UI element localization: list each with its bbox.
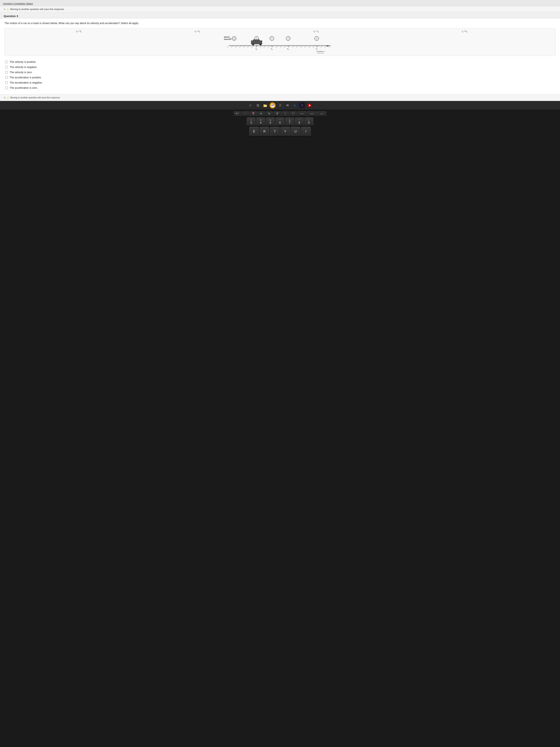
key-6[interactable]: ^ 6 (275, 118, 285, 126)
f2-icon: ▶⏸ (236, 112, 239, 114)
teams-button[interactable]: T (299, 102, 305, 108)
key-i-label: I (305, 130, 306, 133)
svg-line-25 (239, 45, 241, 48)
options-list: The velocity is positive. The velocity i… (4, 59, 556, 91)
checkbox-accel-negative[interactable] (5, 81, 8, 84)
checkbox-velocity-negative[interactable] (5, 66, 8, 68)
key-y[interactable]: Y (281, 127, 290, 136)
option-label-6[interactable]: The acceleration is zero. (10, 86, 38, 89)
checkbox-velocity-zero[interactable] (5, 71, 8, 74)
option-label-1[interactable]: The velocity is positive. (10, 60, 36, 63)
letter-row: E R T Y U I (1, 127, 559, 136)
f4-icon: 🔇 (252, 112, 255, 114)
key-6-top: ^ (279, 119, 281, 121)
key-f8[interactable]: ☀ F8 (282, 111, 289, 117)
key-3-bottom: 3 (250, 121, 252, 124)
key-end[interactable]: End (317, 111, 326, 117)
checkbox-velocity-positive[interactable] (5, 60, 8, 63)
key-4-bottom: 4 (260, 121, 262, 124)
question-label: Question 3 (0, 12, 560, 18)
key-8[interactable]: * 8 (295, 118, 304, 126)
option-label-5[interactable]: The acceleration is negative. (10, 81, 43, 84)
number-row: # 3 $ 4 % 5 ^ 6 & 7 * 8 ( 9 (1, 118, 559, 126)
f9-icon: ☀☀ (292, 112, 294, 114)
warning-icon-top: ⚠ (7, 7, 9, 10)
f5-label: F5 (261, 114, 262, 115)
key-f2[interactable]: ▶⏸ F2 (234, 111, 241, 117)
checkbox-accel-positive[interactable] (5, 76, 8, 79)
key-f3[interactable]: F3 (242, 111, 249, 117)
key-7[interactable]: & 7 (285, 118, 294, 126)
mail-button[interactable]: ✉ (285, 102, 290, 108)
key-7-top: & (289, 119, 290, 121)
svg-line-47 (329, 45, 331, 48)
key-9[interactable]: ( 9 (304, 118, 313, 126)
option-4: The acceleration is positive. (4, 75, 556, 80)
keyboard: ▶⏸ F2 F3 🔇 F4 🔈 F5 🔉 F6 🔊 F7 ☀ F8 ☀☀ F9 (0, 109, 560, 138)
key-e[interactable]: E (249, 127, 259, 136)
task-view-button[interactable]: ⊡ (255, 102, 261, 108)
key-f9[interactable]: ☀☀ F9 (289, 111, 297, 117)
key-3[interactable]: # 3 (247, 118, 256, 126)
checkbox-accel-zero[interactable] (5, 86, 8, 89)
key-f6[interactable]: 🔉 F6 (266, 111, 273, 117)
f6-label: F6 (268, 114, 270, 115)
option-5: The acceleration is negative. (4, 80, 556, 85)
key-t-label: T (274, 130, 276, 133)
key-6-bottom: 6 (279, 121, 281, 124)
key-f7[interactable]: 🔊 F7 (273, 111, 281, 117)
f5-icon: 🔈 (260, 112, 262, 114)
key-t[interactable]: T (270, 127, 279, 136)
key-8-top: * (299, 119, 300, 121)
key-f5[interactable]: 🔈 F5 (258, 111, 265, 117)
key-4-top: $ (260, 119, 261, 121)
key-prtscn[interactable]: PrtScn (297, 111, 307, 117)
key-f4[interactable]: 🔇 F4 (250, 111, 257, 117)
svg-line-41 (304, 45, 306, 48)
media-button[interactable] (307, 102, 313, 108)
bottom-warning-row: ↳ ⚠ Moving to another question will save… (0, 94, 560, 101)
svg-rect-18 (253, 40, 260, 41)
screen: Question Completion Status ↳ ⚠ Moving to… (0, 0, 560, 109)
key-5[interactable]: % 5 (266, 118, 275, 126)
key-9-bottom: 9 (308, 121, 310, 124)
physics-diagram: t4 = 3s t3 = 2s t2 = 1s t1 = 0s Motion D… (4, 28, 556, 56)
svg-text:x4: x4 (256, 48, 258, 50)
option-label-3[interactable]: The velocity is zero (10, 71, 32, 74)
svg-line-22 (227, 45, 229, 48)
chrome-button[interactable] (270, 102, 275, 108)
svg-line-26 (243, 45, 245, 48)
svg-text:x2: x2 (287, 48, 289, 50)
key-5-bottom: 5 (270, 121, 271, 124)
key-r-label: R (263, 130, 266, 133)
option-1: The velocity is positive. (4, 59, 556, 65)
f8-icon: ☀ (285, 112, 286, 114)
svg-point-3 (233, 37, 235, 40)
option-2: The velocity is negative. (4, 65, 556, 70)
file-explorer-button[interactable] (262, 102, 268, 108)
key-5-top: % (270, 119, 271, 121)
arrow-icon: ↳ (4, 8, 5, 10)
svg-line-28 (251, 45, 254, 48)
key-u[interactable]: U (291, 127, 300, 136)
top-warning-row: ↳ ⚠ Moving to another question will save… (0, 6, 560, 12)
start-button[interactable]: ○ (247, 102, 254, 108)
option-label-2[interactable]: The velocity is negative. (10, 66, 37, 69)
key-4[interactable]: $ 4 (256, 118, 265, 126)
apps-button[interactable]: ⠿ (277, 102, 283, 108)
option-label-4[interactable]: The acceleration is positive. (10, 76, 42, 79)
svg-rect-62 (264, 104, 265, 105)
key-home[interactable]: Home (307, 111, 317, 117)
svg-marker-49 (327, 45, 330, 47)
f8-label: F8 (285, 114, 286, 115)
svg-text:direction: direction (317, 52, 324, 54)
question-text: The motion of a car on a track is shown … (4, 21, 556, 25)
key-r[interactable]: R (260, 127, 269, 136)
edge-button[interactable]: e (292, 102, 298, 108)
svg-line-35 (280, 45, 282, 48)
key-i[interactable]: I (301, 127, 311, 136)
svg-line-44 (317, 45, 319, 48)
svg-line-42 (309, 45, 311, 48)
svg-line-32 (268, 45, 270, 48)
svg-line-37 (288, 45, 290, 48)
